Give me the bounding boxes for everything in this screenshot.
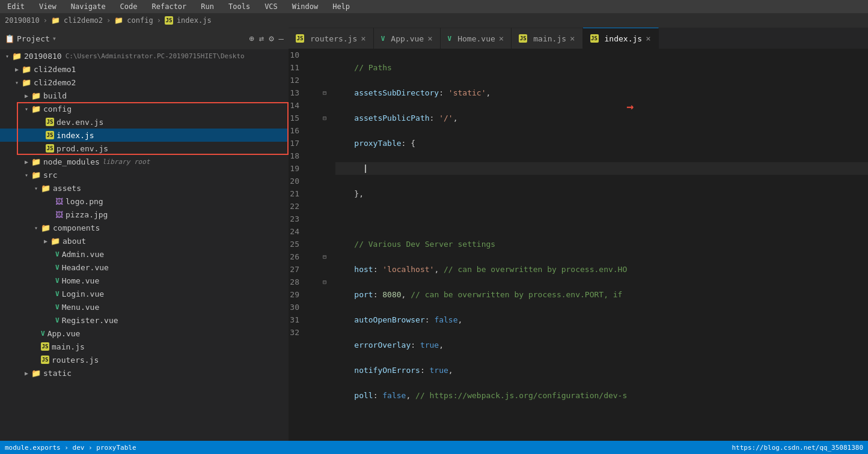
tree-item-logopng[interactable]: ▶ 🖼 logo.png [0,195,289,208]
arrow-icon: ▶ [12,66,22,73]
tree-item-adminvue[interactable]: ▶ V Admin.vue [0,247,289,261]
project-icon: 📋 [5,34,14,43]
tree-item-prodenvjs[interactable]: ▶ JS prod.env.js [0,142,289,155]
arrow-icon: ▾ [12,79,22,86]
tree-item-cli2demo2[interactable]: ▾ 📁 cli2demo2 [0,76,289,89]
code-line-11: assetsSubDirectory: 'static', [335,86,868,99]
code-line-24 [335,414,868,427]
tree-item-appvue[interactable]: ▶ V App.vue [0,327,289,340]
tab-close-icon[interactable]: × [646,34,650,43]
breadcrumb-root: 20190810 [5,16,40,25]
folder-icon: 📁 [22,65,31,74]
tab-close-icon[interactable]: × [499,34,504,43]
library-root-label: library root [102,158,150,166]
status-url: https://blog.csdn.net/qq_35081380 [732,444,863,452]
tab-mainjs[interactable]: JS main.js × [512,28,582,49]
tree-item-about[interactable]: ▶ 📁 about [0,234,289,247]
tree-item-devenvjs[interactable]: ▶ JS dev.env.js [0,115,289,129]
tree-label: prod.env.js [57,144,108,153]
tree-item-headervue[interactable]: ▶ V Header.vue [0,261,289,274]
menu-vcs[interactable]: VCS [262,1,280,12]
tree-item-src[interactable]: ▾ 📁 src [0,168,289,181]
tree-item-routersjs[interactable]: ▶ JS routers.js [0,353,289,366]
tab-label: index.js [605,34,643,43]
vue-icon: V [381,35,385,43]
tree-label: Header.vue [62,263,109,272]
line-numbers: 10 11 12 13 14 15 16 17 18 19 20 21 22 2… [289,49,319,441]
tree-item-root[interactable]: ▾ 📁 20190810 C:\Users\Administrator.PC-2… [0,49,289,62]
folder-icon: 📁 [22,78,31,87]
tree-item-components[interactable]: ▾ 📁 components [0,221,289,234]
menu-refactor[interactable]: Refactor [150,1,189,12]
tree-item-build[interactable]: ▶ 📁 build [0,89,289,102]
settings-icon[interactable]: ⚙ [269,34,274,43]
menu-view[interactable]: View [37,1,59,12]
vue-file-icon: V [55,264,60,271]
arrow-icon: ▾ [22,106,31,112]
tree-item-indexjs[interactable]: ▶ JS index.js [0,129,289,142]
tree-item-static[interactable]: ▶ 📁 static [0,366,289,380]
js-file-icon: JS [165,16,173,25]
collapse-icon[interactable]: — [279,34,284,43]
code-editor[interactable]: 10 11 12 13 14 15 16 17 18 19 20 21 22 2… [289,49,868,441]
arrow-icon: ▶ [22,370,31,377]
tab-indexjs[interactable]: JS index.js × [583,28,659,49]
tab-homevue[interactable]: V Home.vue × [441,28,512,49]
tree-item-homevue[interactable]: ▶ V Home.vue [0,274,289,287]
sidebar-title: 📋 Project ▾ [5,34,57,43]
folder-icon: 📁 [31,369,41,378]
vue-file-icon: V [55,303,60,311]
tree-label: cli2demo2 [34,78,76,87]
tab-close-icon[interactable]: × [570,34,575,43]
status-breadcrumb: module.exports › dev › proxyTable [5,444,136,452]
menu-edit[interactable]: Edit [5,1,27,12]
tree-label: Register.vue [62,316,118,325]
sidebar-header: 📋 Project ▾ ⊕ ⇄ ⚙ — [0,28,289,49]
code-line-14 [335,162,868,175]
folder-icon: 📁 [31,104,41,114]
code-line-17: // Various Dev Server settings [335,238,868,250]
sidebar-actions: ⊕ ⇄ ⚙ — [249,34,284,43]
menu-help[interactable]: Help [330,1,352,12]
folder-icon: 📁 [51,16,60,25]
js-file-icon: JS [46,118,54,126]
js-icon: JS [590,34,599,43]
main-area: 📋 Project ▾ ⊕ ⇄ ⚙ — ▾ 📁 20190810 C:\User… [0,28,868,441]
tree-label: pizza.jpg [66,210,108,219]
code-line-13: proxyTable: { [335,137,868,150]
add-content-icon[interactable]: ⊕ [249,34,254,43]
menu-run[interactable]: Run [198,1,216,12]
menu-tools[interactable]: Tools [226,1,252,12]
tree-label: routers.js [52,356,99,365]
sync-icon[interactable]: ⇄ [259,34,264,43]
tree-label: components [53,223,100,232]
tab-close-icon[interactable]: × [361,34,365,43]
js-file-icon: JS [46,131,54,139]
breadcrumb: 20190810 › 📁 cli2demo2 › 📁 config › JS i… [0,13,868,28]
tree-item-cli2demo1[interactable]: ▶ 📁 cli2demo1 [0,62,289,76]
tree-item-registervue[interactable]: ▶ V Register.vue [0,313,289,327]
tree-item-config[interactable]: ▾ 📁 config [0,102,289,115]
tree-label: build [43,91,67,100]
menu-navigate[interactable]: Navigate [69,1,108,12]
code-line-19: port: 8080, // can be overwritten by pro… [335,288,868,301]
tab-close-icon[interactable]: × [427,34,432,43]
tree-item-nodemodules[interactable]: ▶ 📁 node_modules library root [0,155,289,168]
arrow-icon: ▶ [41,238,50,244]
tree-item-assets[interactable]: ▾ 📁 assets [0,181,289,195]
tab-routersjs[interactable]: JS routers.js × [289,28,374,49]
tree-item-pizzajpg[interactable]: ▶ 🖼 pizza.jpg [0,208,289,221]
tree-label: config [43,104,72,114]
status-bar: module.exports › dev › proxyTable https:… [0,441,868,454]
vue-file-icon: V [55,290,60,298]
menu-window[interactable]: Window [290,1,320,12]
tree-item-loginvue[interactable]: ▶ V Login.vue [0,287,289,300]
tree-item-mainjs[interactable]: ▶ JS main.js [0,340,289,353]
root-path: C:\Users\Administrator.PC-20190715HIET\D… [66,52,245,60]
breadcrumb-folder: cli2demo2 [64,16,103,25]
tab-appvue[interactable]: V App.vue × [374,28,441,49]
tree-item-menuvue[interactable]: ▶ V Menu.vue [0,300,289,313]
tree-label: App.vue [47,329,81,338]
menu-code[interactable]: Code [118,1,140,12]
code-content[interactable]: // Paths assetsSubDirectory: 'static', a… [331,49,868,441]
